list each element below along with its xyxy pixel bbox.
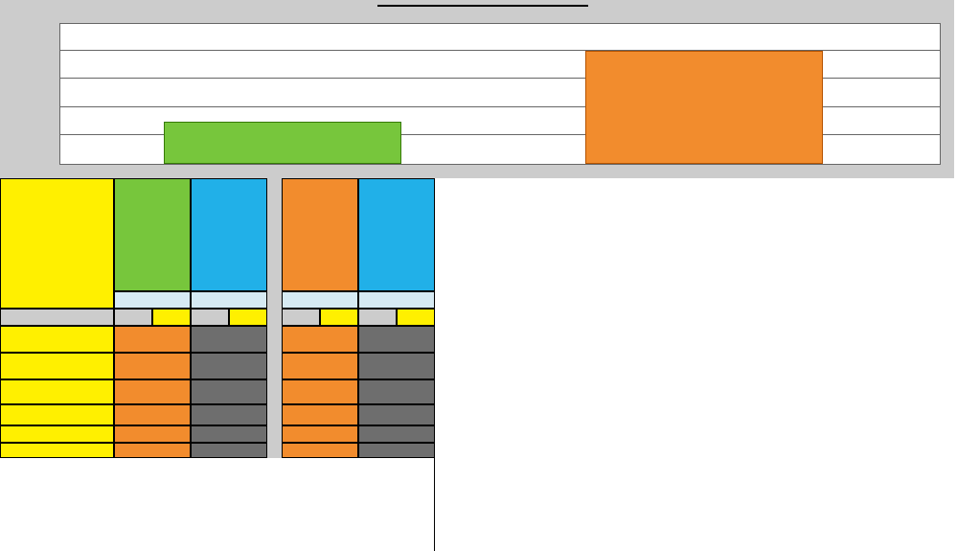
chart-plot-area [59, 23, 941, 165]
table-row-5-g2a [282, 443, 358, 458]
table-row-1-g1b [191, 353, 267, 379]
table-row-5-left [0, 443, 114, 458]
table-row-3-g2a [282, 404, 358, 425]
table-header-left [0, 178, 114, 309]
table-row-1-left [0, 353, 114, 379]
table-row-2-g2a [282, 379, 358, 404]
table-row-1-g2a [282, 353, 358, 379]
table-row-4-left [0, 425, 114, 443]
table-sub2-g2a-r [320, 309, 358, 326]
table-header-g2a [282, 178, 358, 291]
table-row-4-g2a [282, 425, 358, 443]
table-header-g1a [114, 178, 191, 291]
table-row-0-g2a [282, 326, 358, 353]
table-sub2-left [0, 309, 114, 326]
table-group-gap [267, 178, 282, 458]
table-row-1-g2b [358, 353, 435, 379]
table-row-5-g2b [358, 443, 435, 458]
table-sub1-g2a [282, 291, 358, 309]
table-row-3-g1b [191, 404, 267, 425]
table-row-3-g1a [114, 404, 191, 425]
table-sub2-g1a-r [152, 309, 191, 326]
table-row-0-left [0, 326, 114, 353]
table-sub2-g2a-l [282, 309, 320, 326]
table-sub2-g2b-l [358, 309, 397, 326]
table-row-0-g1b [191, 326, 267, 353]
table-row-2-left [0, 379, 114, 404]
table-sub2-g1b-l [191, 309, 229, 326]
table-row-2-g1b [191, 379, 267, 404]
table-row-0-g1a [114, 326, 191, 353]
table-sub1-g1a [114, 291, 191, 309]
table-row-1-g1a [114, 353, 191, 379]
table-row-2-g2b [358, 379, 435, 404]
table-row-4-g1a [114, 425, 191, 443]
chart-panel [0, 0, 954, 178]
table-row-4-g1b [191, 425, 267, 443]
table-row-5-g1a [114, 443, 191, 458]
table-header-g1b [191, 178, 267, 291]
table-row-3-left [0, 404, 114, 425]
chart-bar-1 [164, 122, 401, 164]
table-sub2-g1b-r [229, 309, 267, 326]
table-header-g2b [358, 178, 435, 291]
table-sub2-g2b-r [397, 309, 435, 326]
table-row-2-g1a [114, 379, 191, 404]
chart-title-underline [377, 5, 588, 7]
table-row-5-g1b [191, 443, 267, 458]
table-sub1-g2b [358, 291, 435, 309]
table-row-0-g2b [358, 326, 435, 353]
table-row-3-g2b [358, 404, 435, 425]
comparison-table [0, 178, 435, 551]
table-row-4-g2b [358, 425, 435, 443]
table-sub1-g1b [191, 291, 267, 309]
table-sub2-g1a-l [114, 309, 152, 326]
chart-bar-2 [585, 51, 823, 164]
table-footer [0, 458, 435, 551]
